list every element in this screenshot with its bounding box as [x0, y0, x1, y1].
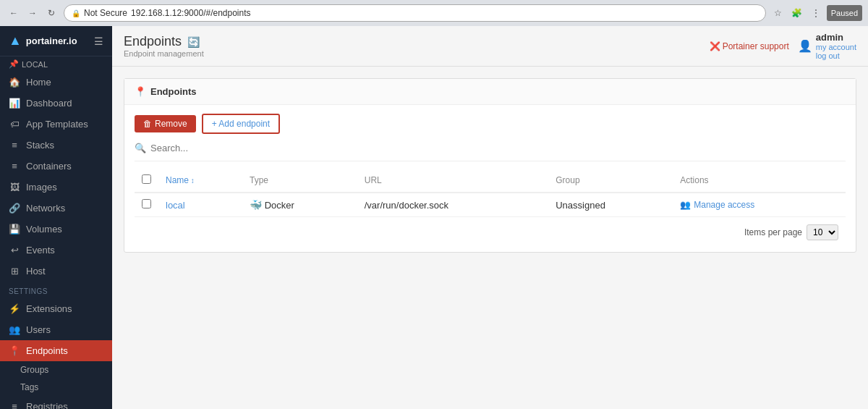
nav-buttons: ← → ↻	[6, 5, 59, 21]
select-all-checkbox[interactable]	[142, 174, 151, 184]
sidebar-item-app-templates[interactable]: 🏷 App Templates	[0, 114, 112, 135]
users-icon: 👥	[9, 324, 20, 335]
sidebar-item-images[interactable]: 🖼 Images	[0, 177, 112, 198]
header-right: ❌ Portainer support 👤 admin my account l…	[710, 32, 856, 60]
remove-button[interactable]: 🗑 Remove	[135, 115, 196, 132]
sidebar-item-label: Images	[26, 182, 103, 193]
browser-actions: ☆ 🧩 ⋮ Paused	[770, 5, 862, 21]
sidebar-item-label: Containers	[26, 161, 103, 172]
sidebar-item-stacks[interactable]: ≡ Stacks	[0, 135, 112, 156]
col-type: Type	[242, 169, 357, 193]
panel-title: Endpoints	[150, 86, 197, 97]
browser-chrome: ← → ↻ 🔒 Not Secure 192.168.1.12:9000/#/e…	[0, 0, 868, 26]
forward-button[interactable]: →	[25, 5, 41, 21]
user-avatar-icon: 👤	[798, 39, 812, 53]
items-per-page-select[interactable]: 10 25 50	[807, 224, 838, 240]
endpoint-group: Unassigned	[548, 193, 673, 217]
page-title-area: Endpoints 🔄 Endpoint management	[124, 34, 204, 58]
pin-icon: 📌	[9, 59, 19, 69]
url-text: 192.168.1.12:9000/#/endpoints	[131, 8, 250, 18]
panel-body: 🗑 Remove + Add endpoint 🔍	[124, 105, 856, 252]
user-area: 👤 admin my account log out	[798, 32, 856, 60]
col-group: Group	[548, 169, 673, 193]
settings-section-label: SETTINGS	[0, 282, 112, 298]
sidebar-item-label: Registries	[26, 401, 103, 409]
endpoints-icon: 📍	[9, 345, 20, 356]
support-icon: ❌	[710, 41, 720, 51]
bookmark-button[interactable]: ☆	[770, 5, 786, 21]
address-bar[interactable]: 🔒 Not Secure 192.168.1.12:9000/#/endpoin…	[64, 4, 766, 22]
endpoints-panel: 📍 Endpoints 🗑 Remove + Add endpoint	[124, 78, 856, 253]
back-button[interactable]: ←	[6, 5, 22, 21]
sidebar-item-label: Stacks	[26, 140, 103, 151]
toolbar: 🗑 Remove + Add endpoint	[135, 114, 846, 134]
security-label: Not Secure	[84, 8, 127, 18]
main-content: Endpoints 🔄 Endpoint management ❌ Portai…	[112, 26, 868, 409]
dashboard-icon: 📊	[9, 98, 20, 109]
sidebar-item-registries[interactable]: ≡ Registries	[0, 396, 112, 409]
groups-label: Groups	[20, 365, 48, 375]
search-input[interactable]	[150, 143, 846, 153]
endpoint-type: Docker	[265, 200, 294, 211]
sidebar-item-groups[interactable]: Groups	[0, 361, 112, 379]
sidebar-item-tags[interactable]: Tags	[0, 379, 112, 396]
add-endpoint-button[interactable]: + Add endpoint	[202, 114, 280, 134]
sidebar-item-endpoints[interactable]: 📍 Endpoints	[0, 340, 112, 361]
pagination-area: Items per page 10 25 50	[135, 217, 846, 243]
page-subtitle: Endpoint management	[124, 49, 204, 58]
log-out-link[interactable]: log out	[816, 51, 856, 60]
sidebar-item-networks[interactable]: 🔗 Networks	[0, 198, 112, 219]
sidebar-item-dashboard[interactable]: 📊 Dashboard	[0, 93, 112, 114]
menu-button[interactable]: ⋮	[808, 5, 824, 21]
networks-icon: 🔗	[9, 203, 20, 214]
sidebar-item-users[interactable]: 👥 Users	[0, 319, 112, 340]
manage-access-icon: 👥	[680, 200, 691, 210]
sidebar-item-label: Extensions	[26, 303, 103, 314]
sidebar-item-containers[interactable]: ≡ Containers	[0, 156, 112, 177]
extensions-button[interactable]: 🧩	[789, 5, 805, 21]
tags-label: Tags	[20, 382, 38, 392]
my-account-link[interactable]: my account	[816, 43, 856, 51]
sidebar-logo: ▲ portainer.io ☰	[0, 26, 112, 56]
refresh-icon[interactable]: 🔄	[187, 36, 200, 48]
sidebar-item-label: Events	[26, 245, 103, 256]
sidebar-item-label: Dashboard	[26, 98, 103, 109]
portainer-support-link[interactable]: ❌ Portainer support	[710, 41, 789, 51]
sidebar-item-label: Volumes	[26, 224, 103, 235]
endpoints-table: Name Type URL Group Actions	[135, 169, 846, 217]
col-url: URL	[357, 169, 549, 193]
panel-title-icon: 📍	[135, 86, 146, 97]
sidebar-item-volumes[interactable]: 💾 Volumes	[0, 219, 112, 240]
env-label: 📌 LOCAL	[0, 56, 112, 72]
row-checkbox[interactable]	[142, 199, 151, 208]
sidebar-item-label: Networks	[26, 203, 103, 214]
stacks-icon: ≡	[9, 140, 20, 151]
endpoint-name-link[interactable]: local	[166, 200, 185, 211]
col-name[interactable]: Name	[158, 169, 242, 193]
images-icon: 🖼	[9, 182, 20, 193]
col-actions: Actions	[673, 169, 846, 193]
sidebar-item-host[interactable]: ⊞ Host	[0, 261, 112, 282]
remove-icon: 🗑	[143, 119, 152, 129]
containers-icon: ≡	[9, 161, 20, 172]
sidebar-item-events[interactable]: ↩ Events	[0, 240, 112, 261]
sidebar-item-home[interactable]: 🏠 Home	[0, 72, 112, 93]
extensions-icon: ⚡	[9, 303, 20, 314]
docker-whale-icon: 🐳	[250, 199, 262, 211]
search-icon: 🔍	[135, 143, 146, 153]
paused-button[interactable]: Paused	[827, 5, 862, 21]
sidebar-toggle[interactable]: ☰	[94, 35, 103, 47]
sidebar: ▲ portainer.io ☰ 📌 LOCAL 🏠 Home 📊 Dashbo…	[0, 26, 112, 409]
panel-header: 📍 Endpoints	[124, 79, 856, 105]
reload-button[interactable]: ↻	[43, 5, 59, 21]
sidebar-item-extensions[interactable]: ⚡ Extensions	[0, 298, 112, 319]
sidebar-item-label: Endpoints	[26, 345, 103, 356]
manage-access-button[interactable]: 👥 Manage access	[680, 200, 754, 210]
home-icon: 🏠	[9, 77, 20, 88]
sidebar-item-label: App Templates	[26, 119, 103, 130]
user-links: my account log out	[816, 43, 856, 60]
content-area: 📍 Endpoints 🗑 Remove + Add endpoint	[112, 67, 868, 409]
logo-icon: ▲	[9, 33, 22, 49]
sidebar-item-label: Users	[26, 324, 103, 335]
table-header: Name Type URL Group Actions	[135, 169, 846, 193]
